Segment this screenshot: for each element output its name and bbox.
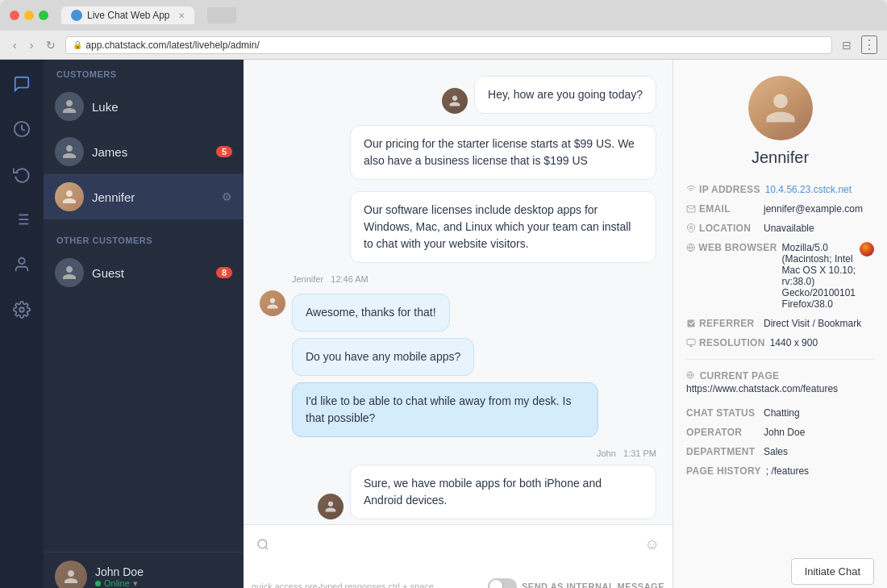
operator-value: John Doe — [764, 427, 874, 438]
emoji-button[interactable]: ☺ — [640, 532, 664, 558]
chat-input[interactable] — [274, 532, 640, 569]
customer-name-guest: Guest — [92, 266, 208, 280]
info-divider-1 — [686, 359, 874, 360]
tab-title: Live Chat Web App — [87, 10, 170, 21]
operator-avatar — [55, 561, 87, 588]
list-icon[interactable] — [7, 205, 36, 234]
close-traffic-light[interactable] — [10, 10, 19, 20]
minimize-traffic-light[interactable] — [24, 10, 34, 20]
email-label: EMAIL — [686, 203, 759, 215]
message-bubble-1: Hey, how are you going today? — [474, 76, 656, 114]
message-text-2: Our pricing for the starter license star… — [364, 137, 635, 167]
settings-icon[interactable] — [7, 295, 36, 324]
tab-close-button[interactable]: ✕ — [178, 11, 185, 20]
chat-input-area: ☺ quick access pre-typed responses ctrl … — [244, 524, 673, 588]
new-tab-button[interactable] — [207, 7, 236, 23]
chart-icon[interactable] — [7, 115, 36, 144]
browser-tab[interactable]: Live Chat Web App ✕ — [61, 6, 194, 24]
info-row-resolution: RESOLUTION 1440 x 900 — [686, 333, 874, 352]
agent-reply-text: Sure, we have mobile apps for both iPhon… — [364, 477, 602, 507]
other-customers-section-label: OTHER CUSTOMERS — [44, 226, 244, 250]
initiate-chat-button[interactable]: Initiate Chat — [791, 558, 874, 585]
jennifer-settings-icon[interactable]: ⚙ — [222, 190, 232, 203]
bookmark-button[interactable]: ⊟ — [839, 37, 855, 53]
agent-avatar-reply — [318, 494, 344, 519]
department-label: DEPARTMENT — [686, 446, 759, 457]
toggle-switch[interactable] — [488, 578, 517, 588]
browser-titlebar: Live Chat Web App ✕ — [0, 0, 887, 31]
info-row-ip: IP ADDRESS 10.4.56.23.cstck.net — [686, 180, 874, 199]
message-row-3: Our software licenses include desktop ap… — [260, 191, 656, 263]
department-value: Sales — [764, 446, 874, 457]
toggle-knob — [489, 580, 502, 588]
shortcut-hint: quick access pre-typed responses ctrl + … — [252, 582, 434, 588]
firefox-icon — [860, 242, 874, 256]
quick-search-icon[interactable] — [252, 532, 274, 561]
url-text: app.chatstack.com/latest/livehelp/admin/ — [85, 40, 259, 51]
history-icon[interactable] — [7, 160, 36, 189]
chat-status-label: CHAT STATUS — [686, 407, 759, 419]
message-text-1: Hey, how are you going today? — [488, 88, 643, 101]
info-row-location: LOCATION Unavailable — [686, 219, 874, 238]
maximize-traffic-light[interactable] — [39, 10, 48, 20]
page-history-value: ; /features — [766, 465, 874, 477]
customer-avatar-jennifer — [55, 182, 84, 211]
info-row-page-history: PAGE HISTORY ; /features — [686, 461, 874, 481]
internal-message-toggle[interactable]: SEND AS INTERNAL MESSAGE — [488, 578, 664, 588]
location-label: LOCATION — [686, 223, 759, 234]
agent-reply-group: John 1:31 PM Sure, we have mobile apps f… — [260, 448, 656, 519]
user-icon[interactable] — [7, 250, 36, 279]
ip-label: IP ADDRESS — [686, 184, 760, 195]
chat-input-footer: quick access pre-typed responses ctrl + … — [244, 575, 673, 588]
customer-bubble-group: Jennifer 12:46 AM Awesome, thanks for th… — [292, 274, 598, 437]
tab-favicon — [71, 10, 82, 21]
customer-messages-group: Jennifer 12:46 AM Awesome, thanks for th… — [260, 274, 656, 437]
john-meta: John 1:31 PM — [597, 448, 656, 458]
operator-label: OPERATOR — [686, 427, 759, 438]
customer-avatar-guest — [55, 258, 84, 287]
customer-item-guest[interactable]: Guest 8 — [44, 250, 244, 295]
chat-messages: Hey, how are you going today? Our pricin… — [244, 60, 673, 524]
agent-bubble-reply: Sure, we have mobile apps for both iPhon… — [350, 465, 656, 519]
guest-badge: 8 — [216, 267, 232, 278]
customer-list: CUSTOMERS Luke James 5 Jennifer ⚙ OTHER … — [44, 60, 244, 588]
info-panel: Jennifer IP ADDRESS 10.4.56.23.cstck.net… — [673, 60, 887, 588]
svg-point-8 — [19, 307, 24, 312]
svg-point-11 — [690, 227, 693, 229]
ip-value: 10.4.56.23.cstck.net — [765, 184, 874, 195]
customer-item-jennifer[interactable]: Jennifer ⚙ — [44, 174, 244, 219]
chat-status-value: Chatting — [764, 407, 874, 419]
lock-icon: 🔒 — [73, 40, 82, 49]
chat-area: Hey, how are you going today? Our pricin… — [244, 60, 673, 588]
info-customer-name: Jennifer — [752, 148, 809, 167]
customer-bubble-2: Do you have any mobile apps? — [292, 338, 474, 376]
reload-button[interactable]: ↻ — [43, 37, 59, 53]
info-row-department: DEPARTMENT Sales — [686, 442, 874, 461]
customer-item-james[interactable]: James 5 — [44, 129, 244, 174]
agent-reply-row: Sure, we have mobile apps for both iPhon… — [318, 465, 656, 519]
info-avatar-section: Jennifer — [686, 76, 874, 180]
back-button[interactable]: ‹ — [10, 37, 20, 53]
operator-section: John Doe Online ▾ — [44, 552, 244, 588]
message-text-3: Our software licenses include desktop ap… — [364, 203, 631, 250]
browser-value: Mozilla/5.0 (Macintosh; Intel Mac OS X 1… — [782, 242, 874, 310]
operator-status: Online ▾ — [95, 578, 144, 589]
url-bar[interactable]: 🔒 app.chatstack.com/latest/livehelp/admi… — [65, 36, 832, 54]
chat-icon[interactable] — [7, 69, 36, 98]
menu-button[interactable]: ⋮ — [861, 35, 877, 54]
referrer-label: REFERRER — [686, 318, 759, 329]
referrer-value: Direct Visit / Bookmark — [764, 318, 874, 329]
customer-item-luke[interactable]: Luke — [44, 84, 244, 129]
info-row-operator: OPERATOR John Doe — [686, 423, 874, 442]
chat-input-row: ☺ — [244, 525, 673, 575]
info-avatar — [748, 76, 813, 140]
agent-avatar-1 — [442, 88, 468, 114]
customer-bubble-1: Awesome, thanks for that! — [292, 294, 450, 332]
forward-button[interactable]: › — [27, 37, 37, 53]
operator-name: John Doe — [95, 565, 144, 578]
info-row-chat-status: CHAT STATUS Chatting — [686, 403, 874, 423]
internal-message-label: SEND AS INTERNAL MESSAGE — [522, 582, 664, 588]
message-bubble-2: Our pricing for the starter license star… — [350, 125, 656, 180]
page-history-label: PAGE HISTORY — [686, 465, 761, 477]
svg-rect-14 — [687, 340, 695, 345]
